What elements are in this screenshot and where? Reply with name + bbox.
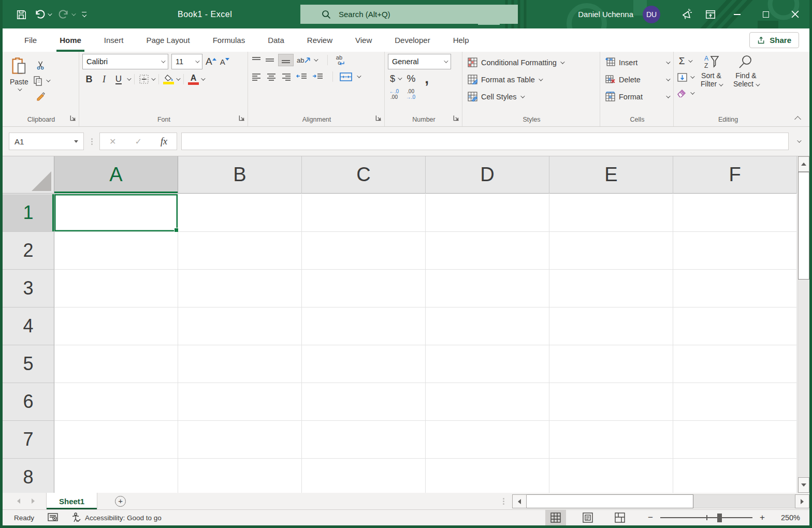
tab-insert[interactable]: Insert xyxy=(93,28,135,52)
zoom-level[interactable]: 250% xyxy=(770,514,800,522)
alignment-dialog-launcher[interactable] xyxy=(375,114,382,123)
page-break-preview-button[interactable] xyxy=(610,510,630,525)
font-size-combo[interactable]: 11 xyxy=(171,54,202,69)
cell-B5[interactable] xyxy=(178,345,302,383)
scroll-down-button[interactable] xyxy=(798,477,809,493)
tab-page-layout[interactable]: Page Layout xyxy=(135,28,201,52)
feedback-button[interactable] xyxy=(675,0,699,28)
font-dialog-launcher[interactable] xyxy=(238,114,245,123)
cell-A1[interactable] xyxy=(54,194,178,232)
cell-E2[interactable] xyxy=(549,232,673,270)
cell-C7[interactable] xyxy=(302,421,426,459)
cell-A4[interactable] xyxy=(54,307,178,345)
cell-A3[interactable] xyxy=(54,270,178,307)
new-sheet-button[interactable]: + xyxy=(115,496,126,507)
cell-E6[interactable] xyxy=(549,383,673,421)
formula-input[interactable] xyxy=(181,133,789,150)
shrink-font-button[interactable]: A xyxy=(220,55,230,68)
cell-C6[interactable] xyxy=(302,383,426,421)
search-box[interactable]: Search (Alt+Q) xyxy=(300,5,518,24)
cell-B6[interactable] xyxy=(178,383,302,421)
select-all-corner[interactable] xyxy=(3,156,54,194)
close-button[interactable] xyxy=(780,0,809,28)
collapse-ribbon-button[interactable] xyxy=(794,116,801,123)
horizontal-scroll-thumb[interactable] xyxy=(527,494,693,508)
cell-D1[interactable] xyxy=(426,194,549,232)
decrease-indent-button[interactable] xyxy=(296,70,308,83)
bottom-align-button[interactable] xyxy=(278,54,294,66)
font-name-combo[interactable]: Calibri xyxy=(82,54,168,69)
sort-filter-button[interactable]: AZ Sort & Filter xyxy=(697,54,726,99)
cell-A6[interactable] xyxy=(54,383,178,421)
row-header-5[interactable]: 5 xyxy=(3,345,54,383)
cell-E7[interactable] xyxy=(549,421,673,459)
increase-indent-button[interactable] xyxy=(312,70,324,83)
minimize-button[interactable] xyxy=(722,0,751,28)
customize-qat-button[interactable] xyxy=(82,12,86,17)
horizontal-scroll-track[interactable] xyxy=(693,494,795,508)
vertical-scroll-thumb[interactable] xyxy=(798,172,809,280)
vertical-scroll-track[interactable] xyxy=(798,280,809,477)
macro-record-button[interactable] xyxy=(48,513,58,522)
horizontal-scrollbar[interactable] xyxy=(512,493,809,510)
undo-button[interactable] xyxy=(34,9,51,20)
next-sheet-button[interactable] xyxy=(32,498,35,504)
merge-center-button[interactable] xyxy=(340,70,352,83)
accessibility-status[interactable]: Accessibility: Good to go xyxy=(71,512,162,523)
cell-D2[interactable] xyxy=(426,232,549,270)
conditional-formatting-button[interactable]: Conditional Formatting xyxy=(466,54,598,71)
format-painter-button[interactable] xyxy=(33,90,49,102)
ribbon-display-options-button[interactable] xyxy=(699,0,722,28)
tab-help[interactable]: Help xyxy=(442,28,481,52)
save-button[interactable] xyxy=(16,9,27,20)
fill-button[interactable] xyxy=(677,71,693,83)
cell-E5[interactable] xyxy=(549,345,673,383)
accounting-format-button[interactable]: $ xyxy=(390,72,401,85)
number-format-combo[interactable]: General xyxy=(388,54,451,69)
row-header-4[interactable]: 4 xyxy=(3,307,54,345)
percent-style-button[interactable]: % xyxy=(406,72,416,85)
row-header-8[interactable]: 8 xyxy=(3,459,54,493)
cancel-button[interactable]: ✕ xyxy=(109,137,116,146)
cut-button[interactable] xyxy=(33,59,49,71)
zoom-slider[interactable] xyxy=(660,510,752,525)
tab-review[interactable]: Review xyxy=(296,28,344,52)
name-box[interactable]: A1 xyxy=(9,133,84,150)
cell-styles-button[interactable]: Cell Styles xyxy=(466,88,598,105)
cell-C2[interactable] xyxy=(302,232,426,270)
cell-D8[interactable] xyxy=(426,459,549,493)
cell-F7[interactable] xyxy=(673,421,797,459)
tab-home[interactable]: Home xyxy=(48,28,93,52)
avatar[interactable]: DU xyxy=(643,6,660,23)
insert-function-button[interactable]: fx xyxy=(161,136,167,147)
cell-D7[interactable] xyxy=(426,421,549,459)
cell-B4[interactable] xyxy=(178,307,302,345)
cell-F5[interactable] xyxy=(673,345,797,383)
increase-decimal-button[interactable]: ←.0.00 xyxy=(389,88,399,100)
cell-C3[interactable] xyxy=(302,270,426,307)
top-align-button[interactable] xyxy=(251,54,262,66)
cell-C1[interactable] xyxy=(302,194,426,232)
redo-button-disabled[interactable] xyxy=(58,9,75,20)
formula-bar-resize-handle[interactable] xyxy=(88,138,95,145)
cell-A5[interactable] xyxy=(54,345,178,383)
column-header-F[interactable]: F xyxy=(673,156,797,194)
row-header-1[interactable]: 1 xyxy=(3,194,54,232)
zoom-slider-thumb[interactable] xyxy=(717,514,722,522)
zoom-in-button[interactable]: + xyxy=(755,512,770,523)
cell-C4[interactable] xyxy=(302,307,426,345)
delete-cells-button[interactable]: Delete xyxy=(603,71,671,88)
normal-view-button[interactable] xyxy=(545,510,566,525)
font-color-button[interactable]: A xyxy=(188,73,199,85)
format-cells-button[interactable]: Format xyxy=(603,88,671,105)
scroll-up-button[interactable] xyxy=(798,156,809,172)
row-header-7[interactable]: 7 xyxy=(3,421,54,459)
clipboard-dialog-launcher[interactable] xyxy=(69,114,77,123)
borders-button[interactable] xyxy=(139,73,149,85)
column-header-C[interactable]: C xyxy=(302,156,426,194)
scroll-right-button[interactable] xyxy=(795,494,809,508)
comma-style-button[interactable]: , xyxy=(422,72,432,85)
copy-button[interactable] xyxy=(33,75,49,87)
tab-view[interactable]: View xyxy=(344,28,383,52)
grow-font-button[interactable]: A xyxy=(206,55,216,68)
